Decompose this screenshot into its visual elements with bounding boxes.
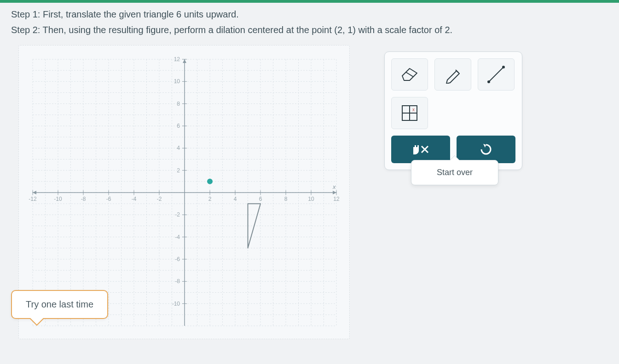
svg-text:-8: -8 bbox=[81, 196, 86, 202]
grid-point-icon: x bbox=[400, 104, 419, 122]
svg-text:12: 12 bbox=[174, 56, 180, 63]
svg-text:-2: -2 bbox=[175, 211, 180, 218]
svg-point-99 bbox=[207, 179, 213, 184]
eraser-icon bbox=[399, 67, 420, 82]
plot-point-tool[interactable]: x bbox=[391, 97, 428, 129]
tooltip-text: Start over bbox=[437, 168, 473, 177]
svg-point-104 bbox=[503, 66, 504, 68]
svg-line-100 bbox=[406, 72, 413, 77]
svg-text:10: 10 bbox=[174, 78, 180, 85]
step2-mid: with a scale factor of bbox=[356, 25, 445, 35]
svg-text:-10: -10 bbox=[172, 301, 180, 307]
svg-text:2: 2 bbox=[177, 167, 180, 174]
step-2: Step 2: Then, using the resulting figure… bbox=[11, 23, 608, 37]
step-1: Step 1: First, translate the given trian… bbox=[11, 7, 608, 21]
step2-point: (2, 1) bbox=[334, 25, 356, 35]
hint-text: Try one last time bbox=[26, 299, 93, 309]
svg-text:-12: -12 bbox=[29, 196, 37, 202]
svg-text:-6: -6 bbox=[106, 196, 111, 202]
svg-text:8: 8 bbox=[284, 196, 288, 202]
pencil-tool[interactable] bbox=[434, 58, 471, 91]
svg-text:-4: -4 bbox=[132, 196, 137, 202]
svg-line-102 bbox=[489, 67, 503, 82]
instructions: Step 1: First, translate the given trian… bbox=[0, 3, 619, 40]
svg-text:-4: -4 bbox=[175, 234, 180, 240]
undo-button[interactable] bbox=[457, 136, 515, 163]
step1-prefix: Step 1: First, translate the given trian… bbox=[11, 9, 176, 19]
line-icon bbox=[486, 64, 506, 85]
svg-text:2: 2 bbox=[208, 196, 212, 202]
try-again-hint: Try one last time bbox=[11, 290, 108, 319]
svg-text:4: 4 bbox=[234, 196, 237, 202]
svg-text:-8: -8 bbox=[175, 278, 180, 284]
tool-palette: x bbox=[384, 51, 522, 170]
svg-text:6: 6 bbox=[259, 196, 262, 202]
step2-prefix: Step 2: Then, using the resulting figure… bbox=[11, 25, 334, 35]
step1-suffix: units upward. bbox=[181, 9, 239, 19]
svg-text:-10: -10 bbox=[54, 196, 62, 202]
svg-text:4: 4 bbox=[177, 145, 180, 151]
svg-text:10: 10 bbox=[308, 196, 314, 202]
svg-point-103 bbox=[488, 81, 490, 83]
pencil-icon bbox=[444, 65, 462, 84]
line-tool[interactable] bbox=[478, 58, 515, 91]
svg-text:x: x bbox=[332, 183, 336, 190]
step2-suffix: . bbox=[450, 25, 453, 35]
eraser-tool[interactable] bbox=[391, 58, 428, 91]
svg-text:12: 12 bbox=[333, 196, 340, 202]
undo-icon bbox=[479, 142, 493, 157]
svg-text:6: 6 bbox=[177, 123, 180, 129]
svg-text:8: 8 bbox=[177, 101, 180, 107]
svg-text:-2: -2 bbox=[157, 196, 162, 202]
step1-units: 6 bbox=[176, 9, 181, 19]
hand-x-icon bbox=[411, 142, 430, 156]
start-over-tooltip: Start over bbox=[411, 160, 498, 185]
svg-text:x: x bbox=[412, 107, 415, 112]
svg-text:-6: -6 bbox=[175, 256, 180, 262]
step2-factor: 2 bbox=[445, 25, 450, 35]
clear-button[interactable] bbox=[391, 136, 450, 163]
